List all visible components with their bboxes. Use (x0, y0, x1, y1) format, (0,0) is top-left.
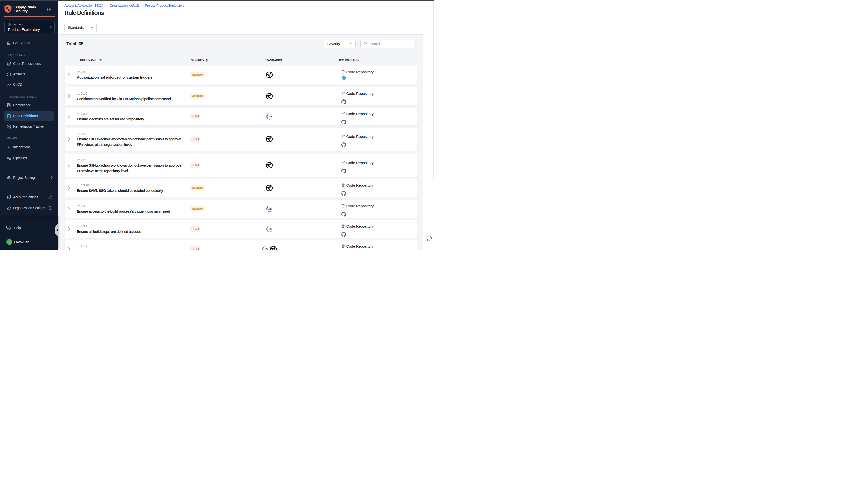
svg-text:CIS.: CIS. (268, 115, 272, 118)
svg-text:CIS.: CIS. (263, 247, 268, 250)
svg-text:?: ? (8, 226, 9, 228)
svg-text:CIS.: CIS. (268, 207, 272, 210)
svg-text:CIS.: CIS. (268, 227, 272, 230)
